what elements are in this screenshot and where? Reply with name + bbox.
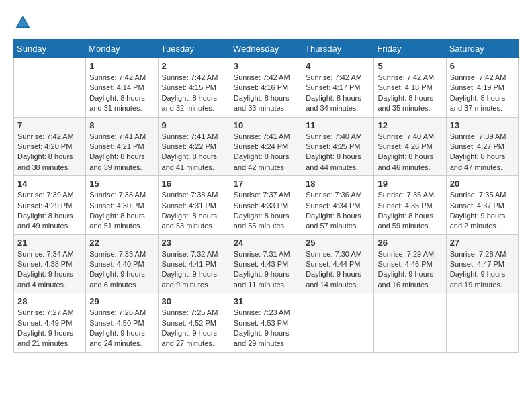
day-number: 8 xyxy=(89,120,154,130)
day-number: 27 xyxy=(450,238,515,248)
day-number: 1 xyxy=(89,61,154,71)
day-number: 17 xyxy=(234,179,298,189)
day-number: 29 xyxy=(89,296,154,306)
day-info: Sunrise: 7:32 AMSunset: 4:41 PMDaylight:… xyxy=(162,249,226,291)
day-info: Sunrise: 7:33 AMSunset: 4:40 PMDaylight:… xyxy=(89,249,154,291)
calendar-week-row: 21Sunrise: 7:34 AMSunset: 4:38 PMDayligh… xyxy=(14,234,519,293)
calendar-cell: 18Sunrise: 7:36 AMSunset: 4:34 PMDayligh… xyxy=(302,176,374,235)
day-number: 24 xyxy=(234,238,298,248)
day-info: Sunrise: 7:36 AMSunset: 4:34 PMDaylight:… xyxy=(306,190,370,232)
calendar-cell: 15Sunrise: 7:38 AMSunset: 4:30 PMDayligh… xyxy=(86,176,158,235)
day-info: Sunrise: 7:35 AMSunset: 4:37 PMDaylight:… xyxy=(450,190,515,232)
calendar-table: SundayMondayTuesdayWednesdayThursdayFrid… xyxy=(13,39,519,353)
day-info: Sunrise: 7:29 AMSunset: 4:46 PMDaylight:… xyxy=(378,249,442,291)
day-header-tuesday: Tuesday xyxy=(158,40,230,58)
day-info: Sunrise: 7:25 AMSunset: 4:52 PMDaylight:… xyxy=(162,308,226,349)
calendar-cell: 26Sunrise: 7:29 AMSunset: 4:46 PMDayligh… xyxy=(374,234,446,293)
calendar-cell xyxy=(374,293,446,353)
calendar-week-row: 28Sunrise: 7:27 AMSunset: 4:49 PMDayligh… xyxy=(14,293,519,353)
day-info: Sunrise: 7:37 AMSunset: 4:33 PMDaylight:… xyxy=(234,190,298,232)
day-number: 18 xyxy=(306,179,370,189)
day-number: 12 xyxy=(378,120,442,130)
calendar-week-row: 7Sunrise: 7:42 AMSunset: 4:20 PMDaylight… xyxy=(14,117,519,176)
day-header-wednesday: Wednesday xyxy=(230,40,302,58)
calendar-cell: 13Sunrise: 7:39 AMSunset: 4:27 PMDayligh… xyxy=(446,117,518,176)
calendar-cell: 9Sunrise: 7:41 AMSunset: 4:22 PMDaylight… xyxy=(158,117,230,176)
calendar-cell: 27Sunrise: 7:28 AMSunset: 4:47 PMDayligh… xyxy=(446,234,518,293)
calendar-cell xyxy=(446,293,518,353)
day-number: 16 xyxy=(162,179,226,189)
day-number: 19 xyxy=(378,179,442,189)
day-number: 21 xyxy=(17,238,82,248)
calendar-cell: 30Sunrise: 7:25 AMSunset: 4:52 PMDayligh… xyxy=(158,293,230,353)
calendar-week-row: 1Sunrise: 7:42 AMSunset: 4:14 PMDaylight… xyxy=(14,58,519,118)
day-info: Sunrise: 7:35 AMSunset: 4:35 PMDaylight:… xyxy=(378,190,442,232)
calendar-cell: 22Sunrise: 7:33 AMSunset: 4:40 PMDayligh… xyxy=(86,234,158,293)
day-info: Sunrise: 7:42 AMSunset: 4:14 PMDaylight:… xyxy=(89,73,154,114)
day-number: 23 xyxy=(162,238,226,248)
calendar-cell: 24Sunrise: 7:31 AMSunset: 4:43 PMDayligh… xyxy=(230,234,302,293)
day-info: Sunrise: 7:42 AMSunset: 4:20 PMDaylight:… xyxy=(17,132,82,173)
day-info: Sunrise: 7:39 AMSunset: 4:29 PMDaylight:… xyxy=(17,190,82,232)
day-number: 10 xyxy=(234,120,298,130)
day-number: 5 xyxy=(378,61,442,71)
calendar-cell: 10Sunrise: 7:41 AMSunset: 4:24 PMDayligh… xyxy=(230,117,302,176)
day-header-saturday: Saturday xyxy=(446,40,518,58)
day-number: 25 xyxy=(306,238,370,248)
day-header-friday: Friday xyxy=(374,40,446,58)
day-number: 14 xyxy=(17,179,82,189)
day-number: 26 xyxy=(378,238,442,248)
day-header-monday: Monday xyxy=(86,40,158,58)
day-info: Sunrise: 7:40 AMSunset: 4:25 PMDaylight:… xyxy=(306,132,370,173)
day-info: Sunrise: 7:41 AMSunset: 4:21 PMDaylight:… xyxy=(89,132,154,173)
day-info: Sunrise: 7:42 AMSunset: 4:17 PMDaylight:… xyxy=(306,73,370,114)
day-number: 20 xyxy=(450,179,515,189)
day-number: 15 xyxy=(89,179,154,189)
day-number: 2 xyxy=(162,61,226,71)
header xyxy=(13,13,519,32)
calendar-cell: 7Sunrise: 7:42 AMSunset: 4:20 PMDaylight… xyxy=(14,117,86,176)
calendar-cell: 4Sunrise: 7:42 AMSunset: 4:17 PMDaylight… xyxy=(302,58,374,118)
calendar-cell: 14Sunrise: 7:39 AMSunset: 4:29 PMDayligh… xyxy=(14,176,86,235)
day-number: 3 xyxy=(234,61,298,71)
calendar-cell: 25Sunrise: 7:30 AMSunset: 4:44 PMDayligh… xyxy=(302,234,374,293)
calendar-cell: 2Sunrise: 7:42 AMSunset: 4:15 PMDaylight… xyxy=(158,58,230,118)
calendar-cell: 23Sunrise: 7:32 AMSunset: 4:41 PMDayligh… xyxy=(158,234,230,293)
day-info: Sunrise: 7:41 AMSunset: 4:24 PMDaylight:… xyxy=(234,132,298,173)
day-number: 31 xyxy=(234,296,298,306)
calendar-cell: 11Sunrise: 7:40 AMSunset: 4:25 PMDayligh… xyxy=(302,117,374,176)
day-info: Sunrise: 7:28 AMSunset: 4:47 PMDaylight:… xyxy=(450,249,515,291)
day-number: 28 xyxy=(17,296,82,306)
calendar-cell: 28Sunrise: 7:27 AMSunset: 4:49 PMDayligh… xyxy=(14,293,86,353)
day-info: Sunrise: 7:42 AMSunset: 4:18 PMDaylight:… xyxy=(378,73,442,114)
logo xyxy=(13,13,36,32)
calendar-cell: 29Sunrise: 7:26 AMSunset: 4:50 PMDayligh… xyxy=(86,293,158,353)
day-number: 13 xyxy=(450,120,515,130)
day-number: 6 xyxy=(450,61,515,71)
calendar-cell: 6Sunrise: 7:42 AMSunset: 4:19 PMDaylight… xyxy=(446,58,518,118)
day-number: 11 xyxy=(306,120,370,130)
day-info: Sunrise: 7:42 AMSunset: 4:16 PMDaylight:… xyxy=(234,73,298,114)
calendar-cell xyxy=(302,293,374,353)
day-number: 22 xyxy=(89,238,154,248)
day-info: Sunrise: 7:34 AMSunset: 4:38 PMDaylight:… xyxy=(17,249,82,291)
day-info: Sunrise: 7:30 AMSunset: 4:44 PMDaylight:… xyxy=(306,249,370,291)
calendar-cell: 5Sunrise: 7:42 AMSunset: 4:18 PMDaylight… xyxy=(374,58,446,118)
calendar-cell: 21Sunrise: 7:34 AMSunset: 4:38 PMDayligh… xyxy=(14,234,86,293)
calendar-cell: 8Sunrise: 7:41 AMSunset: 4:21 PMDaylight… xyxy=(86,117,158,176)
day-info: Sunrise: 7:38 AMSunset: 4:31 PMDaylight:… xyxy=(162,190,226,232)
day-number: 9 xyxy=(162,120,226,130)
day-info: Sunrise: 7:41 AMSunset: 4:22 PMDaylight:… xyxy=(162,132,226,173)
day-number: 4 xyxy=(306,61,370,71)
day-info: Sunrise: 7:42 AMSunset: 4:19 PMDaylight:… xyxy=(450,73,515,114)
calendar-cell xyxy=(14,58,86,118)
calendar-cell: 20Sunrise: 7:35 AMSunset: 4:37 PMDayligh… xyxy=(446,176,518,235)
day-info: Sunrise: 7:31 AMSunset: 4:43 PMDaylight:… xyxy=(234,249,298,291)
day-number: 7 xyxy=(17,120,82,130)
calendar-header-row: SundayMondayTuesdayWednesdayThursdayFrid… xyxy=(14,40,519,58)
calendar-cell: 31Sunrise: 7:23 AMSunset: 4:53 PMDayligh… xyxy=(230,293,302,353)
day-info: Sunrise: 7:40 AMSunset: 4:26 PMDaylight:… xyxy=(378,132,442,173)
day-info: Sunrise: 7:23 AMSunset: 4:53 PMDaylight:… xyxy=(234,308,298,349)
day-header-thursday: Thursday xyxy=(302,40,374,58)
day-info: Sunrise: 7:39 AMSunset: 4:27 PMDaylight:… xyxy=(450,132,515,173)
